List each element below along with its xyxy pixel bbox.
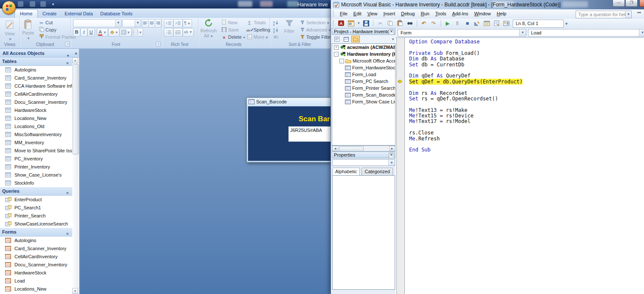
insert-dropdown-icon[interactable]: ▼ xyxy=(356,20,361,27)
view-code-icon[interactable] xyxy=(333,36,341,43)
project-pane-titlebar[interactable]: Project - Hardware Inventory ✕ xyxy=(332,28,395,35)
text-highlight-button[interactable]: ab▼ xyxy=(183,28,194,37)
view-button[interactable]: View▼ xyxy=(1,19,18,42)
collapse-icon[interactable]: - xyxy=(339,59,344,63)
more-button[interactable]: More▼ xyxy=(246,34,268,40)
tree-item[interactable]: -Hardware Inventory (Hardware Inve xyxy=(332,51,395,57)
bulleted-list-button[interactable] xyxy=(173,28,183,37)
office-button[interactable] xyxy=(2,1,16,14)
nav-item[interactable]: Locations_New xyxy=(0,285,72,293)
undo-icon[interactable]: ↶ xyxy=(420,20,428,27)
insert-userform-icon[interactable] xyxy=(347,20,355,27)
menu-help[interactable]: Help xyxy=(494,9,509,18)
menu-insert[interactable]: Insert xyxy=(380,9,398,18)
scan-barcode-window[interactable]: Scan_Barcode Scan Barcode J6R25US#ABA xyxy=(246,97,331,163)
font-name-combo[interactable]: ▼ xyxy=(73,19,121,27)
code-line[interactable]: Option Compare Database xyxy=(409,39,644,45)
menubar-grip[interactable] xyxy=(333,11,334,17)
nav-item[interactable]: Autologins xyxy=(0,237,72,245)
nav-item[interactable]: ShowCaseLicenseSearch xyxy=(0,220,72,228)
tree-item[interactable]: -Microsoft Office Access Class Objects xyxy=(332,57,395,64)
nav-item[interactable]: Docu_Scanner_Inventory xyxy=(0,98,72,106)
project-scrollbar-thumb[interactable] xyxy=(339,146,364,151)
delete-record-button[interactable]: ×Delete▼ xyxy=(221,34,246,40)
menu-debug[interactable]: Debug xyxy=(398,9,418,18)
tree-item[interactable]: Form_PC Search xyxy=(332,78,395,85)
paste-icon[interactable] xyxy=(396,20,404,27)
decrease-indent-button[interactable] xyxy=(164,19,173,28)
nav-item[interactable]: Printer_Inventory xyxy=(0,163,72,171)
nav-item[interactable]: Locations_Old xyxy=(0,123,72,131)
minimize-button[interactable]: — xyxy=(613,0,625,7)
nav-item[interactable]: Autologins xyxy=(0,66,72,74)
font-size-combo[interactable]: ▼ xyxy=(122,19,141,27)
run-icon[interactable]: ▶ xyxy=(443,20,452,27)
nav-item[interactable]: Locations_New xyxy=(0,114,72,123)
design-mode-icon[interactable] xyxy=(473,20,481,27)
restore-button[interactable]: ❐ xyxy=(625,0,638,7)
code-line[interactable]: Dim qDef As QueryDef xyxy=(409,73,644,79)
code-line[interactable]: Me!Text15 = rs!Device xyxy=(409,113,644,119)
properties-close-icon[interactable]: ✕ xyxy=(389,153,394,158)
section-collapse-icon[interactable]: » xyxy=(64,192,72,194)
menu-addins[interactable]: Add-Ins xyxy=(449,9,471,18)
underline-button[interactable]: U xyxy=(88,28,95,37)
project-toolbar-options-icon[interactable]: ▼ xyxy=(391,37,395,41)
vba-titlebar[interactable]: Microsoft Visual Basic - Hardware Invent… xyxy=(331,0,644,10)
nav-item[interactable]: MM_Inventory xyxy=(0,139,72,147)
copy-button[interactable]: Copy xyxy=(38,26,56,33)
object-browser-icon[interactable] xyxy=(502,20,511,27)
numbered-list-button[interactable] xyxy=(164,28,173,37)
help-search-box[interactable]: Type a question for help ▼ xyxy=(576,11,632,18)
toolbar-options-icon[interactable]: ▼ xyxy=(565,22,568,26)
help-search-dropdown-icon[interactable]: ▼ xyxy=(625,11,631,18)
tab-external-data[interactable]: External Data xyxy=(59,10,98,18)
nav-item[interactable]: Show_Case_License's xyxy=(0,171,72,179)
menu-edit[interactable]: Edit xyxy=(350,9,364,18)
code-line[interactable] xyxy=(409,142,644,147)
nav-item[interactable]: CellAirCardInventory xyxy=(0,253,72,261)
font-name-dropdown-icon[interactable]: ▼ xyxy=(115,20,121,27)
tree-item[interactable]: +acwzmain (ACWZMAIN) xyxy=(332,44,395,51)
new-record-button[interactable]: New xyxy=(221,19,237,26)
clear-sort-button[interactable] xyxy=(271,34,280,42)
code-line[interactable]: Me.Refresh xyxy=(409,136,644,142)
properties-pane-titlebar[interactable]: Properties ✕ xyxy=(332,151,395,158)
copy-icon[interactable] xyxy=(386,20,394,27)
quick-access-save-icon[interactable] xyxy=(18,1,23,7)
tree-item[interactable]: Form_Printer Search xyxy=(332,85,395,91)
shutter-bar-collapse-icon[interactable]: « xyxy=(75,49,77,57)
tree-item[interactable]: Form_Load xyxy=(332,71,395,78)
align-right-button[interactable] xyxy=(155,19,161,28)
quick-access-undo-icon[interactable] xyxy=(30,1,35,7)
save-icon[interactable] xyxy=(362,20,370,27)
cut-icon[interactable]: ✂ xyxy=(376,20,384,27)
nav-item[interactable]: CellAirCardInventory xyxy=(0,90,72,98)
tab-home[interactable]: Home xyxy=(14,9,38,18)
gridlines-button[interactable]: ▼ xyxy=(120,28,132,37)
view-access-icon[interactable] xyxy=(337,20,345,27)
code-line[interactable]: Dim rs As Recordset xyxy=(409,91,644,96)
properties-window-icon[interactable] xyxy=(492,20,501,27)
refresh-all-button[interactable]: Refresh All▼ xyxy=(199,19,218,39)
code-line[interactable]: Set rs = qDef.OpenRecordset() xyxy=(409,96,644,102)
menu-file[interactable]: File xyxy=(337,9,350,18)
nav-section-header-forms[interactable]: Forms» xyxy=(0,228,72,237)
nav-item[interactable]: StockInfo xyxy=(0,179,72,187)
align-left-button[interactable] xyxy=(142,19,149,28)
code-line[interactable]: Me!Text13 = rs!Make xyxy=(409,108,644,113)
code-text[interactable]: Option Compare Database Private Sub Form… xyxy=(409,39,644,153)
scroll-left-icon[interactable]: ◀ xyxy=(332,146,338,151)
project-horizontal-scrollbar[interactable]: ◀ ▶ xyxy=(332,146,395,151)
increase-indent-button[interactable] xyxy=(173,19,183,28)
find-icon[interactable] xyxy=(406,20,414,27)
object-combo[interactable]: Form ▼ xyxy=(398,29,526,37)
fill-color-button[interactable]: ▼ xyxy=(108,28,119,37)
procedure-combo-dropdown-icon[interactable]: ▼ xyxy=(639,29,644,36)
menu-run[interactable]: Run xyxy=(418,9,432,18)
view-object-icon[interactable] xyxy=(342,36,350,43)
nav-item[interactable]: HardwareStock xyxy=(0,106,72,114)
nav-section-header-tables[interactable]: Tables» xyxy=(0,57,72,66)
scroll-up-icon[interactable]: ▲ xyxy=(72,57,78,63)
nav-item[interactable]: Move to SharePoint Site Issues xyxy=(0,147,72,155)
